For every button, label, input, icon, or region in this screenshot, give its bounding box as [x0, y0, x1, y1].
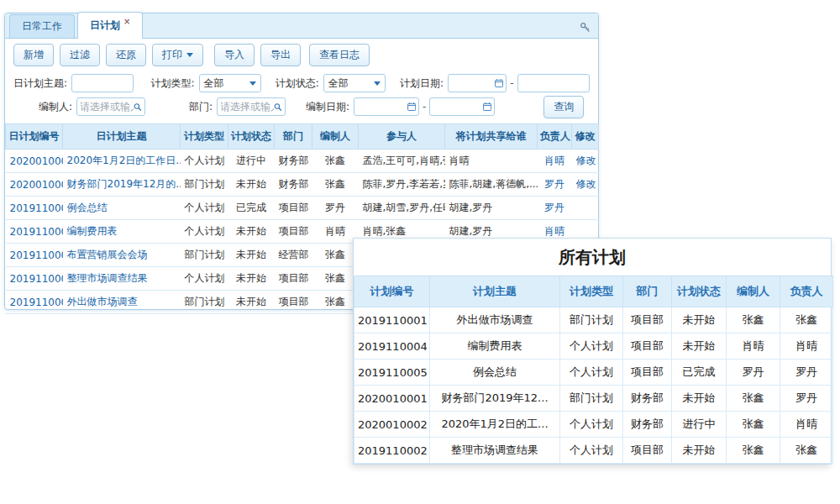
table-row[interactable]: 2019110005例会总结个人计划已完成项目部罗丹胡建,胡雪,罗丹,任晓...…: [6, 197, 599, 220]
column-header[interactable]: 负责人: [538, 124, 572, 150]
column-header[interactable]: 将计划共享给谁: [445, 124, 538, 150]
calendar-icon: [407, 102, 416, 112]
table-cell: 肖晴: [312, 220, 359, 244]
table-header-row: 日计划编号日计划主题计划类型计划状态部门编制人参与人将计划共享给谁负责人修改: [6, 124, 599, 150]
table-cell: 孟浩,王可可,肖晴,张鑫: [359, 150, 445, 173]
column-header[interactable]: 部门: [275, 124, 312, 150]
dept-input[interactable]: [220, 99, 274, 114]
table-cell: 2019110004: [6, 220, 63, 244]
column-header[interactable]: 计划编号: [354, 276, 430, 307]
plan-type-value: 全部: [204, 76, 224, 91]
view-log-button[interactable]: 查看日志: [309, 44, 370, 66]
new-button[interactable]: 新增: [13, 44, 54, 66]
key-icon[interactable]: [580, 20, 591, 36]
status-label: 计划状态:: [271, 76, 319, 91]
restore-button[interactable]: 还原: [106, 44, 146, 66]
table-row[interactable]: 20200100022020年1月2日的工...个人计划财务部进行中张鑫肖晴: [354, 412, 833, 438]
page-title: 所有计划: [354, 239, 831, 276]
column-header[interactable]: 计划状态: [672, 276, 727, 307]
table-cell: 经营部: [275, 244, 312, 267]
table-cell: 肖晴: [538, 150, 572, 173]
import-button[interactable]: 导入: [214, 44, 255, 66]
column-header[interactable]: 计划类型: [181, 124, 228, 150]
table-cell: 个人计划: [560, 333, 623, 360]
export-button[interactable]: 导出: [260, 44, 301, 66]
plan-type-select[interactable]: 全部: [199, 74, 261, 92]
theme-input[interactable]: [75, 76, 130, 91]
filter-row-2: 编制人: 部门: 编制日期:: [13, 95, 590, 118]
table-cell: 已完成: [228, 197, 275, 220]
filter-row-1: 日计划主题: 计划类型: 全部 计划状态: 全部 计划日期:: [13, 71, 590, 95]
tab-daily-work-label: 日常工作: [22, 20, 62, 32]
screen: 日常工作 日计划× 新增 过滤 还原 打印 导入 导出 查看日志 日计划主题: [0, 0, 840, 504]
close-icon[interactable]: ×: [123, 17, 130, 26]
table-cell: 2019110004: [354, 333, 430, 360]
table-cell: 2019110001: [354, 307, 430, 333]
table-row[interactable]: 2020010001财务部门2019年12...部门计划财务部未开始张鑫罗丹: [354, 386, 833, 412]
table-cell: 项目部: [275, 267, 312, 291]
column-header[interactable]: 编制人: [312, 124, 359, 150]
column-header[interactable]: 计划类型: [560, 276, 623, 307]
table-cell: 个人计划: [181, 197, 228, 220]
tab-daily-work[interactable]: 日常工作: [9, 14, 75, 38]
tab-daily-plan[interactable]: 日计划×: [77, 12, 143, 39]
column-header[interactable]: 部门: [623, 276, 672, 307]
table-row[interactable]: 2019110005例会总结个人计划项目部已完成罗丹罗丹: [354, 360, 833, 386]
table-row[interactable]: 2020010001财务部门2019年12月的...部门计划未开始财务部张鑫陈菲…: [6, 173, 599, 197]
table-cell: 罗丹: [727, 360, 780, 386]
magnifier-icon: [134, 102, 142, 112]
table-cell: 个人计划: [181, 150, 228, 173]
table-body: 2019110001外出做市场调查部门计划项目部未开始张鑫张鑫201911000…: [354, 307, 833, 464]
column-header[interactable]: 参与人: [359, 124, 445, 150]
table-row[interactable]: 2019110002整理市场调查结果个人计划项目部未开始张鑫张鑫: [354, 438, 833, 464]
created-date-to-input[interactable]: [433, 99, 483, 114]
plan-status-value: 全部: [328, 76, 349, 91]
column-header[interactable]: 修改: [572, 124, 599, 150]
table-cell: 修改: [572, 173, 599, 197]
table-cell: 未开始: [228, 244, 275, 267]
plan-date-from-input[interactable]: [451, 76, 495, 91]
plan-status-select[interactable]: 全部: [323, 74, 386, 92]
filter-button[interactable]: 过滤: [60, 44, 100, 66]
table-cell: 2020010001: [354, 386, 430, 412]
table-cell: 2020010002: [354, 412, 430, 438]
created-date-from-input[interactable]: [357, 99, 407, 114]
column-header[interactable]: 日计划编号: [6, 124, 63, 150]
table-cell: 例会总结: [430, 360, 560, 386]
table-row[interactable]: 2019110004编制费用表个人计划项目部未开始肖晴肖晴: [354, 333, 833, 360]
filter-area: 日计划主题: 计划类型: 全部 计划状态: 全部 计划日期:: [5, 71, 598, 123]
table-cell: 2020年1月2日的工作日...: [63, 150, 181, 173]
all-plans-panel: 所有计划 计划编号计划主题计划类型部门计划状态编制人负责人 2019110001…: [353, 238, 832, 465]
created-date-from-wrap: [354, 97, 419, 116]
table-cell: 张鑫: [780, 438, 833, 464]
table-cell: 张鑫: [727, 438, 780, 464]
table-row[interactable]: 20200100022020年1月2日的工作日...个人计划进行中财务部张鑫孟浩…: [6, 150, 599, 173]
calendar-icon: [483, 102, 491, 112]
column-header[interactable]: 计划主题: [430, 276, 560, 307]
theme-label: 日计划主题:: [13, 76, 67, 91]
table-cell: 2019110002: [354, 438, 430, 464]
table-cell: 张鑫: [312, 244, 359, 267]
table-cell: 布置营销展会会场: [63, 244, 181, 267]
table-cell: 肖晴: [780, 412, 833, 438]
column-header[interactable]: 计划状态: [228, 124, 275, 150]
table-cell: 胡建,罗丹: [445, 197, 538, 220]
table-cell: 部门计划: [560, 386, 623, 412]
plan-date-from-wrap: [448, 74, 507, 92]
creator-input[interactable]: [80, 99, 134, 114]
column-header[interactable]: 日计划主题: [63, 124, 181, 150]
plan-date-to-input[interactable]: [521, 76, 586, 91]
column-header[interactable]: 负责人: [780, 276, 833, 307]
table-cell: 2020年1月2日的工...: [430, 412, 560, 438]
table-cell: 整理市场调查结果: [63, 267, 181, 291]
print-button[interactable]: 打印: [152, 44, 203, 66]
tab-bar: 日常工作 日计划×: [5, 13, 598, 39]
table-row[interactable]: 2019110001外出做市场调查部门计划项目部未开始张鑫张鑫: [354, 307, 833, 333]
table-cell: 张鑫: [727, 386, 780, 412]
column-header[interactable]: 编制人: [727, 276, 780, 307]
table-cell: 未开始: [672, 438, 727, 464]
creator-label: 编制人:: [13, 100, 72, 114]
caret-down-icon: [186, 53, 193, 57]
table-cell: 例会总结: [63, 197, 181, 220]
search-button[interactable]: 查询: [543, 96, 584, 118]
